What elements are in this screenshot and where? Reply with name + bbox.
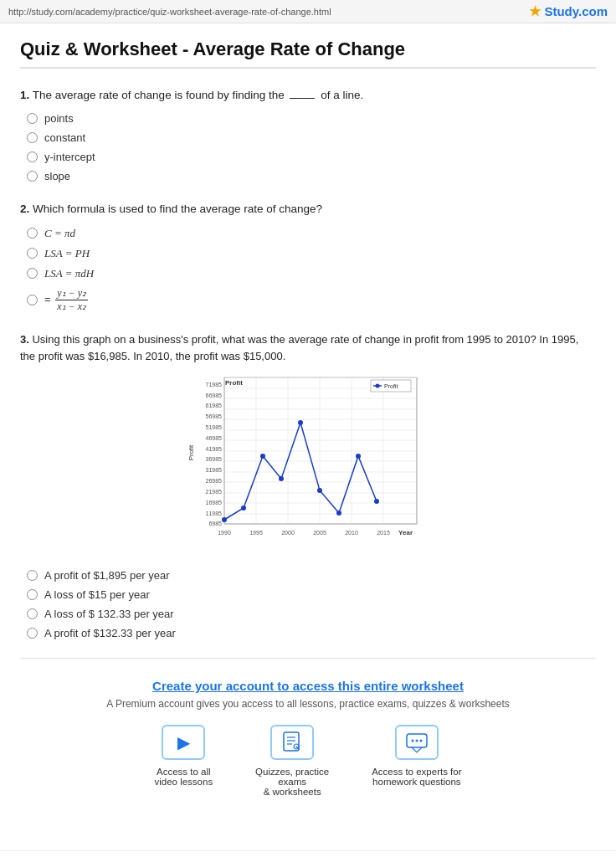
radio-3-a[interactable] <box>27 570 38 581</box>
experts-icon <box>395 725 439 760</box>
profit-chart: 6985 11985 16985 21985 26985 31985 36985… <box>187 373 429 557</box>
svg-text:2000: 2000 <box>281 530 295 536</box>
option-3-a[interactable]: A profit of $1,895 per year <box>27 569 596 582</box>
svg-text:Profit: Profit <box>384 383 398 389</box>
question-2: 2. Which formula is used to find the ave… <box>20 201 596 312</box>
svg-text:2015: 2015 <box>377 530 390 536</box>
video-icon: ▶ <box>162 725 205 760</box>
option-3-d[interactable]: A profit of $132.33 per year <box>27 627 596 639</box>
question-1-text: 1. The average rate of change is found b… <box>20 87 596 104</box>
data-point <box>241 505 246 511</box>
svg-text:11985: 11985 <box>206 511 223 516</box>
data-point <box>222 517 227 522</box>
svg-text:2010: 2010 <box>345 530 358 536</box>
svg-text:2005: 2005 <box>313 530 326 536</box>
page-title: Quiz & Worksheet - Average Rate of Chang… <box>20 38 596 69</box>
svg-text:Profit: Profit <box>225 379 243 387</box>
svg-text:31985: 31985 <box>206 467 223 473</box>
option-1-slope[interactable]: slope <box>27 170 596 182</box>
svg-text:1995: 1995 <box>249 530 263 536</box>
feature-quiz-label: Quizzes, practice exams& worksheets <box>246 767 338 797</box>
option-1-yintercept[interactable]: y-intercept <box>27 151 596 163</box>
svg-text:56985: 56985 <box>206 413 223 419</box>
svg-text:26985: 26985 <box>206 478 223 484</box>
radio-1-points[interactable] <box>27 113 38 124</box>
radio-2-a[interactable] <box>27 228 38 239</box>
svg-rect-50 <box>284 732 299 751</box>
svg-text:71985: 71985 <box>206 382 223 387</box>
svg-text:66985: 66985 <box>206 393 223 398</box>
radio-1-yintercept[interactable] <box>27 151 38 162</box>
option-1-points[interactable]: points <box>27 112 596 125</box>
feature-video-label: Access to allvideo lessons <box>154 767 213 787</box>
blank-1 <box>290 98 315 99</box>
option-3-b[interactable]: A loss of $15 per year <box>27 588 596 601</box>
option-2-a[interactable]: C = πd <box>27 227 596 240</box>
url-bar: http://study.com/academy/practice/quiz-w… <box>8 7 331 17</box>
data-point <box>356 454 361 459</box>
data-point <box>336 511 341 516</box>
radio-2-b[interactable] <box>27 248 38 259</box>
svg-text:16985: 16985 <box>206 500 223 505</box>
svg-point-47 <box>376 383 380 387</box>
svg-text:36985: 36985 <box>206 456 223 462</box>
question-3: 3. Using this graph on a business's prof… <box>20 331 596 639</box>
radio-3-d[interactable] <box>27 628 38 639</box>
svg-text:46985: 46985 <box>206 435 223 441</box>
graph-container: 6985 11985 16985 21985 26985 31985 36985… <box>20 373 596 557</box>
svg-text:41985: 41985 <box>206 446 223 452</box>
svg-point-58 <box>419 739 422 742</box>
question-2-options: C = πd LSA = PH LSA = πdH = y₁ − y₂x₁ − … <box>27 227 596 313</box>
main-content: Quiz & Worksheet - Average Rate of Chang… <box>0 23 616 850</box>
data-point <box>298 420 303 425</box>
svg-text:1990: 1990 <box>218 530 231 536</box>
footer: © copyright 2003-2020 Study.com. All oth… <box>0 850 616 857</box>
question-1-options: points constant y-intercept slope <box>27 112 596 182</box>
option-2-d[interactable]: = y₁ − y₂x₁ − x₂ <box>27 287 596 313</box>
feature-experts: Access to experts forhomework questions <box>372 725 461 797</box>
question-3-options: A profit of $1,895 per year A loss of $1… <box>27 569 596 639</box>
cta-title[interactable]: Create your account to access this entir… <box>28 679 588 693</box>
option-2-b[interactable]: LSA = PH <box>27 247 596 260</box>
question-3-text: 3. Using this graph on a business's prof… <box>20 331 596 365</box>
radio-3-c[interactable] <box>27 608 38 619</box>
svg-text:Year: Year <box>398 529 413 536</box>
option-3-c[interactable]: A loss of $ 132.33 per year <box>27 608 596 620</box>
radio-1-constant[interactable] <box>27 132 38 143</box>
data-point <box>317 488 322 493</box>
question-2-text: 2. Which formula is used to find the ave… <box>20 201 596 218</box>
svg-text:Profit: Profit <box>187 444 195 460</box>
feature-quizzes: Quizzes, practice exams& worksheets <box>246 725 338 797</box>
radio-2-c[interactable] <box>27 268 38 279</box>
option-1-constant[interactable]: constant <box>27 131 596 144</box>
quiz-icon <box>270 725 314 760</box>
radio-2-d[interactable] <box>27 295 38 305</box>
features-list: ▶ Access to allvideo lessons Quizzes, pr… <box>28 725 588 797</box>
feature-experts-label: Access to experts forhomework questions <box>372 767 461 787</box>
svg-text:61985: 61985 <box>206 403 223 408</box>
question-1: 1. The average rate of change is found b… <box>20 87 596 182</box>
data-point <box>260 454 265 459</box>
data-point <box>374 499 379 504</box>
fraction-formula: y₁ − y₂x₁ − x₂ <box>55 287 88 313</box>
option-2-c[interactable]: LSA = πdH <box>27 267 596 280</box>
logo-star-icon: ★ <box>529 3 541 19</box>
svg-point-56 <box>411 739 413 742</box>
svg-text:21985: 21985 <box>206 489 223 495</box>
experts-svg-icon <box>405 731 429 754</box>
cta-subtitle: A Premium account gives you access to al… <box>28 698 588 710</box>
svg-text:51985: 51985 <box>206 424 223 430</box>
cta-section: Create your account to access this entir… <box>20 658 596 825</box>
feature-video: ▶ Access to allvideo lessons <box>154 725 213 797</box>
data-point <box>279 476 284 481</box>
quiz-svg-icon <box>280 731 304 754</box>
logo: ★ Study.com <box>529 3 608 19</box>
svg-point-57 <box>415 739 418 742</box>
top-bar: http://study.com/academy/practice/quiz-w… <box>0 0 616 23</box>
radio-1-slope[interactable] <box>27 171 38 182</box>
svg-rect-0 <box>224 377 417 524</box>
radio-3-b[interactable] <box>27 589 38 600</box>
logo-text: Study.com <box>544 4 608 18</box>
svg-text:6985: 6985 <box>208 521 222 526</box>
